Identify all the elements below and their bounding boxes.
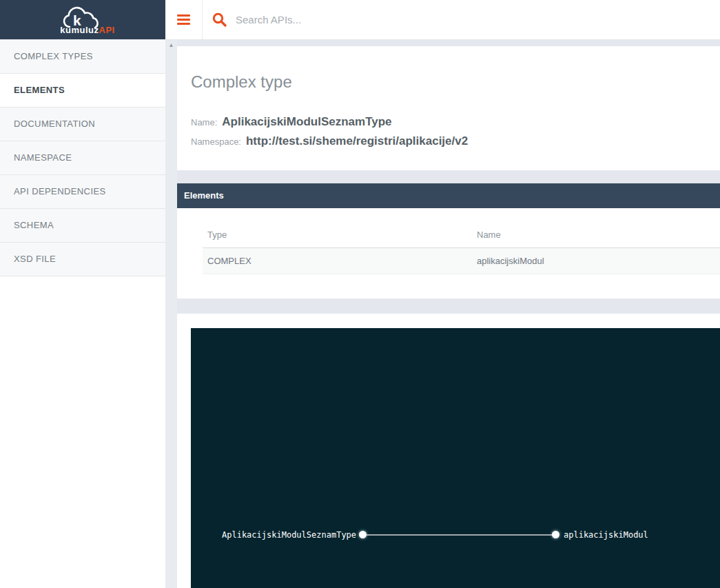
type-graph-diagram[interactable]: AplikacijskiModulSeznamType aplikacijski… <box>191 328 720 588</box>
elements-panel-body: Type Name COMPLEX aplikacijskiModul <box>177 208 720 298</box>
app-root: { "header": { "logo": { "letter": "k", "… <box>0 0 720 588</box>
name-label: Name: <box>191 117 217 128</box>
diagram-target-node[interactable] <box>552 531 559 538</box>
sidebar-item-complex-types[interactable]: COMPLEX TYPES <box>0 40 165 74</box>
search-bar <box>203 0 720 39</box>
app-header: k kumuluzAPI <box>0 0 720 40</box>
namespace-row: Namespace: http://test.si/sheme/registri… <box>191 134 706 150</box>
menu-button[interactable] <box>165 0 203 39</box>
sidebar-item-elements[interactable]: ELEMENTS <box>0 74 165 108</box>
search-icon <box>212 12 227 28</box>
elements-table: Type Name COMPLEX aplikacijskiModul <box>203 225 720 274</box>
complex-type-card: Complex type Name: AplikacijskiModulSezn… <box>177 46 720 170</box>
table-row[interactable]: COMPLEX aplikacijskiModul <box>203 248 720 274</box>
main-content: Complex type Name: AplikacijskiModulSezn… <box>177 40 720 588</box>
sidebar: COMPLEX TYPES ELEMENTS DOCUMENTATION NAM… <box>0 40 165 588</box>
logo-brand: kumuluz <box>60 25 99 35</box>
meta-block: Name: AplikacijskiModulSeznamType Namesp… <box>191 115 706 150</box>
search-input[interactable] <box>236 14 580 26</box>
sidebar-item-namespace[interactable]: NAMESPACE <box>0 141 165 175</box>
hamburger-icon <box>177 14 190 17</box>
name-row: Name: AplikacijskiModulSeznamType <box>191 115 706 130</box>
vertical-scrollbar[interactable]: ▲ <box>165 40 177 588</box>
name-value: AplikacijskiModulSeznamType <box>222 115 391 129</box>
diagram-card: AplikacijskiModulSeznamType aplikacijski… <box>177 314 720 588</box>
namespace-label: Namespace: <box>191 136 241 147</box>
logo-text: kumuluzAPI <box>60 27 114 34</box>
page-title: Complex type <box>191 46 706 92</box>
column-header-name: Name <box>472 225 720 248</box>
table-header-row: Type Name <box>203 225 720 248</box>
namespace-value: http://test.si/sheme/registri/aplikacije… <box>246 134 468 148</box>
elements-panel-header: Elements <box>177 183 720 208</box>
diagram-source-node[interactable] <box>359 531 367 538</box>
cell-type: COMPLEX <box>203 248 472 274</box>
sidebar-item-documentation[interactable]: DOCUMENTATION <box>0 108 165 141</box>
scroll-up-icon[interactable]: ▲ <box>165 40 177 50</box>
diagram-edge <box>363 534 556 536</box>
diagram-target-label: aplikacijskiModul <box>564 530 648 540</box>
card-gap <box>177 170 720 183</box>
logo-suffix: API <box>99 25 115 35</box>
sidebar-item-api-dependencies[interactable]: API DEPENDENCIES <box>0 175 165 209</box>
diagram-source-label: AplikacijskiModulSeznamType <box>222 530 356 540</box>
cell-name: aplikacijskiModul <box>472 248 720 274</box>
kumuluz-logo[interactable]: k kumuluzAPI <box>0 0 165 39</box>
column-header-type: Type <box>203 225 472 248</box>
sidebar-item-xsd-file[interactable]: XSD FILE <box>0 243 165 276</box>
sidebar-item-schema[interactable]: SCHEMA <box>0 209 165 243</box>
card-gap <box>177 298 720 314</box>
